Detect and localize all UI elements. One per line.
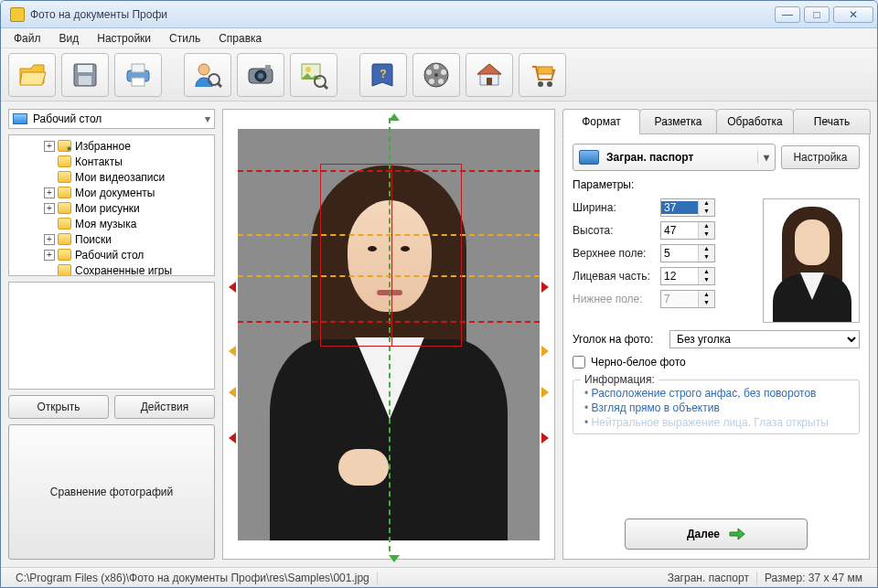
top-margin-stepper[interactable]: ▲▼ <box>660 244 715 262</box>
status-size: Размер: 37 x 47 мм <box>757 572 870 584</box>
document-type-select[interactable]: Загран. паспорт ▾ <box>573 144 776 171</box>
open-button[interactable]: Открыть <box>8 395 109 419</box>
guide-handle[interactable] <box>229 346 236 357</box>
tree-expander[interactable]: + <box>44 187 55 198</box>
folder-icon <box>58 218 71 230</box>
maximize-button[interactable]: □ <box>804 6 830 23</box>
guide-handle[interactable] <box>541 282 549 293</box>
bottom-margin-stepper: ▲▼ <box>660 290 715 308</box>
toolbar-user-search[interactable] <box>184 53 231 97</box>
guide-handle[interactable] <box>229 387 236 398</box>
menu-style[interactable]: Стиль <box>162 30 208 47</box>
bw-checkbox[interactable] <box>573 356 585 369</box>
guide-handle[interactable] <box>541 346 549 357</box>
svg-rect-2 <box>79 76 91 85</box>
width-stepper[interactable]: ▲▼ <box>660 198 715 217</box>
parameters-list: Ширина: ▲▼ Высота: ▲▼ Верхнее поле: ▲▼ Л… <box>573 198 754 323</box>
tree-item[interactable]: Моя музыка <box>11 216 212 231</box>
menu-file[interactable]: Файл <box>6 30 48 47</box>
svg-point-11 <box>258 73 263 79</box>
toolbar-film-reel[interactable] <box>412 53 460 97</box>
close-button[interactable]: ✕ <box>833 6 873 23</box>
folder-tree[interactable]: +Избранное Контакты Мои видеозаписи +Мои… <box>8 134 215 276</box>
folder-icon <box>58 155 71 167</box>
guide-handle[interactable] <box>541 433 549 444</box>
top-margin-input[interactable] <box>661 247 698 260</box>
svg-point-28 <box>547 81 552 87</box>
tree-item[interactable]: +Мои рисунки <box>11 200 212 216</box>
info-item: Взгляд прямо в объектив <box>584 401 851 415</box>
tree-expander[interactable]: + <box>44 250 55 261</box>
corner-select[interactable]: Без уголка <box>669 330 860 348</box>
configure-button[interactable]: Настройка <box>781 145 860 169</box>
tree-expander[interactable]: + <box>44 234 55 245</box>
toolbar-print[interactable] <box>114 53 162 97</box>
result-preview <box>763 198 860 323</box>
toolbar-home[interactable] <box>466 53 513 97</box>
guide-handle-bottom[interactable] <box>389 555 400 562</box>
toolbar-picture-search[interactable] <box>290 53 337 97</box>
toolbar-help-book[interactable]: ? <box>359 53 407 97</box>
menu-settings[interactable]: Настройки <box>90 30 158 47</box>
svg-rect-12 <box>265 65 271 69</box>
width-label: Ширина: <box>573 201 660 214</box>
bw-label: Черно-белое фото <box>591 356 686 369</box>
toolbar-open[interactable] <box>8 53 56 97</box>
folder-icon <box>58 202 71 214</box>
tree-item[interactable]: +Поиски <box>11 231 212 247</box>
chevron-down-icon: ▾ <box>205 112 210 125</box>
toolbar-cart[interactable] <box>519 53 566 97</box>
tree-item[interactable]: Сохраненные игры <box>11 262 212 276</box>
tree-expander[interactable]: + <box>44 203 55 214</box>
tabs: Формат Разметка Обработка Печать <box>562 109 870 134</box>
guide-handle[interactable] <box>541 387 549 398</box>
guide-handle[interactable] <box>229 282 236 293</box>
toolbar-save[interactable] <box>61 53 109 97</box>
tree-item[interactable]: Мои видеозаписи <box>11 169 212 185</box>
toolbar-camera[interactable] <box>237 53 284 97</box>
info-box: Информация: Расположение строго анфас, б… <box>573 380 860 434</box>
svg-rect-5 <box>132 78 145 86</box>
svg-point-21 <box>438 79 444 84</box>
menu-view[interactable]: Вид <box>52 30 87 47</box>
tab-format[interactable]: Формат <box>562 109 640 134</box>
height-input[interactable] <box>661 224 698 237</box>
window-title: Фото на документы Профи <box>30 8 775 21</box>
folder-icon <box>58 140 71 152</box>
tree-item[interactable]: Контакты <box>11 154 212 169</box>
spin-down[interactable]: ▼ <box>699 208 714 216</box>
face-part-label: Лицевая часть: <box>573 270 660 283</box>
next-button[interactable]: Далее <box>625 519 808 550</box>
spin-up[interactable]: ▲ <box>699 199 714 208</box>
height-stepper[interactable]: ▲▼ <box>660 221 715 240</box>
arrow-right-icon <box>729 528 745 540</box>
actions-button[interactable]: Действия <box>114 395 215 419</box>
minimize-button[interactable]: — <box>775 6 800 23</box>
folder-icon <box>58 187 71 198</box>
tab-processing[interactable]: Обработка <box>716 109 794 134</box>
face-part-input[interactable] <box>661 270 698 283</box>
compare-button[interactable]: Сравнение фотографий <box>8 424 215 561</box>
svg-point-6 <box>198 64 209 75</box>
folder-combo[interactable]: Рабочий стол ▾ <box>8 109 215 129</box>
tree-item[interactable]: +Мои документы <box>11 185 212 200</box>
tree-expander[interactable]: + <box>44 141 55 152</box>
status-path: C:\Program Files (x86)\Фото на документы… <box>8 572 378 584</box>
face-part-stepper[interactable]: ▲▼ <box>660 267 715 285</box>
tab-print[interactable]: Печать <box>793 109 871 134</box>
corner-label: Уголок на фото: <box>573 333 664 346</box>
crop-rect[interactable] <box>320 164 462 347</box>
folder-combo-label: Рабочий стол <box>33 112 102 125</box>
svg-text:?: ? <box>380 68 386 80</box>
photo-canvas[interactable] <box>238 129 540 540</box>
toolbar: ? <box>1 48 877 102</box>
bottom-margin-input <box>661 293 698 305</box>
width-input[interactable] <box>661 201 698 214</box>
menu-help[interactable]: Справка <box>211 30 269 47</box>
guide-handle[interactable] <box>229 433 236 444</box>
tab-layout[interactable]: Разметка <box>639 109 717 134</box>
photo-editor[interactable] <box>222 109 555 560</box>
app-icon <box>10 7 25 22</box>
tree-item[interactable]: +Избранное <box>11 138 212 154</box>
tree-item[interactable]: +Рабочий стол <box>11 247 212 262</box>
